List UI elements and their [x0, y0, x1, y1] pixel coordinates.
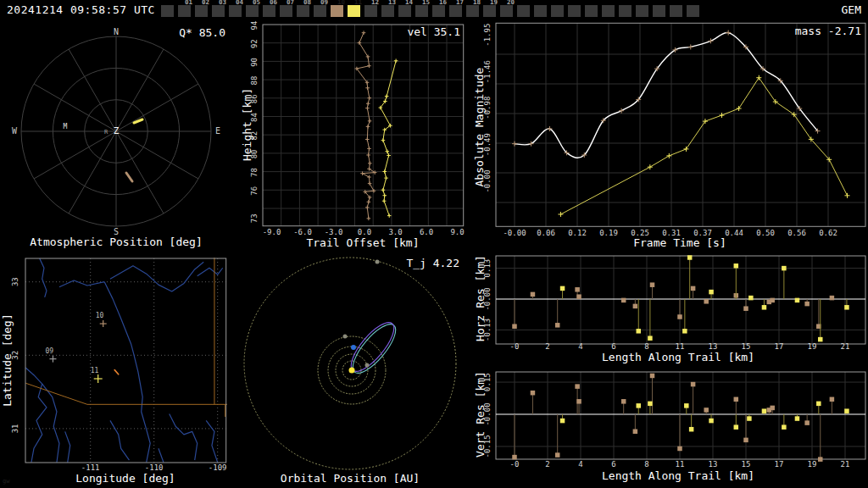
- frame-slot-box: [636, 5, 648, 17]
- frame-slot-box: [331, 5, 343, 17]
- svg-text:21: 21: [841, 342, 850, 351]
- frame-slot-19[interactable]: 19: [483, 0, 500, 20]
- frame-slot-box: [263, 5, 275, 17]
- frame-slot-box: [670, 5, 682, 17]
- frame-slot-blank-23[interactable]: [551, 0, 568, 20]
- frame-slot-box: [585, 5, 598, 17]
- svg-text:33: 33: [11, 277, 19, 286]
- frame-slot-06[interactable]: 06: [263, 0, 280, 20]
- frame-slot-number: 09: [320, 0, 328, 6]
- absolute-magnitude-axis-label: Absolute Magnitude: [474, 59, 486, 195]
- svg-text:M: M: [64, 123, 68, 130]
- svg-text:-0: -0: [510, 342, 520, 351]
- frame-slot-box: [517, 5, 530, 17]
- frame-slot-17[interactable]: 17: [449, 0, 466, 20]
- frame-slot-blank-29[interactable]: [653, 0, 670, 20]
- svg-text:90: 90: [250, 58, 259, 67]
- svg-text:0.37: 0.37: [693, 229, 712, 237]
- tisserand-label: T_j 4.22: [332, 258, 459, 269]
- frame-slot-box: [212, 5, 225, 17]
- svg-text:0.19: 0.19: [599, 229, 618, 237]
- frame-slot-13[interactable]: 13: [381, 0, 398, 20]
- frame-slot-box: [195, 5, 208, 17]
- svg-text:8: 8: [644, 460, 648, 469]
- frame-slot-strip: 0102030405060708091011121314151617181920: [161, 0, 704, 20]
- frame-slot-blank-30[interactable]: [670, 0, 687, 20]
- frame-slot-08[interactable]: 08: [297, 0, 314, 20]
- frame-slot-15[interactable]: 15: [415, 0, 432, 20]
- frame-slot-12[interactable]: 12: [364, 0, 381, 20]
- svg-text:92: 92: [250, 39, 259, 48]
- timestamp: 20241214 09:58:57 UTC: [7, 3, 155, 16]
- svg-text:Z: Z: [114, 125, 120, 136]
- trail-offset-chart: -9.0-6.0-3.00.03.06.09.09492908886848280…: [237, 20, 475, 251]
- q-star-label: Q* 85.0: [98, 27, 225, 39]
- frame-slot-number: 03: [219, 0, 226, 6]
- svg-text:19: 19: [808, 342, 817, 351]
- frame-slot-number: 14: [405, 0, 413, 6]
- frame-slot-box: [381, 5, 394, 17]
- shower-code-badge: GEM: [842, 3, 861, 16]
- svg-text:0.0: 0.0: [358, 228, 371, 236]
- svg-text:15: 15: [742, 342, 751, 351]
- frame-slot-number: 15: [422, 0, 430, 6]
- frame-slot-number: 19: [490, 0, 498, 6]
- frame-slot-10[interactable]: 10: [331, 0, 348, 20]
- frame-slot-09[interactable]: 09: [314, 0, 331, 20]
- frame-slot-blank-0[interactable]: [161, 0, 178, 20]
- corner-watermark: gw: [3, 478, 9, 485]
- frame-slot-blank-26[interactable]: [602, 0, 619, 20]
- svg-text:-9.0: -9.0: [263, 228, 281, 236]
- svg-text:11: 11: [676, 342, 685, 351]
- frame-slot-05[interactable]: 05: [246, 0, 263, 20]
- frame-slot-blank-24[interactable]: [568, 0, 585, 20]
- svg-text:13: 13: [709, 342, 718, 351]
- height-axis-label: Height [km]: [242, 74, 253, 175]
- frame-slot-box: [449, 5, 462, 17]
- frame-slot-box: [602, 5, 615, 17]
- orbital-position-title: Orbital Position [AU]: [265, 473, 435, 485]
- svg-text:8: 8: [644, 342, 648, 351]
- svg-text:-0: -0: [510, 460, 520, 469]
- frame-slot-box: [687, 5, 699, 17]
- frame-slot-blank-21[interactable]: [517, 0, 534, 20]
- frame-slot-box: [500, 5, 513, 17]
- frame-slot-01[interactable]: 01: [178, 0, 195, 20]
- frame-slot-box: [280, 5, 292, 17]
- svg-text:-6.0: -6.0: [293, 228, 312, 236]
- frame-slot-14[interactable]: 14: [398, 0, 415, 20]
- length-along-trail-label-bottom: Length Along Trail [km]: [593, 470, 763, 482]
- frame-slot-box: [229, 5, 242, 17]
- svg-text:0.06: 0.06: [537, 229, 555, 237]
- frame-slot-blank-22[interactable]: [534, 0, 551, 20]
- frame-slot-07[interactable]: 07: [280, 0, 297, 20]
- frame-slot-blank-27[interactable]: [619, 0, 636, 20]
- frame-slot-16[interactable]: 16: [432, 0, 449, 20]
- frame-slot-11[interactable]: 11: [348, 0, 364, 20]
- frame-slot-box: [297, 5, 309, 17]
- frame-slot-blank-25[interactable]: [585, 0, 602, 20]
- frame-slot-blank-28[interactable]: [636, 0, 653, 20]
- orbital-position-chart: [237, 251, 475, 488]
- svg-text:E: E: [215, 126, 220, 136]
- frame-slot-04[interactable]: 04: [229, 0, 246, 20]
- svg-text:9.0: 9.0: [450, 228, 464, 236]
- frame-slot-02[interactable]: 02: [195, 0, 212, 20]
- svg-text:19: 19: [808, 460, 817, 469]
- latitude-axis-label: Latitude [deg]: [2, 301, 14, 419]
- frame-slot-number: 10: [337, 0, 345, 6]
- svg-text:2: 2: [545, 460, 549, 469]
- frame-slot-18[interactable]: 18: [466, 0, 483, 20]
- frame-slot-03[interactable]: 03: [212, 0, 229, 20]
- svg-text:0.12: 0.12: [568, 229, 587, 237]
- frame-slot-20[interactable]: 20: [500, 0, 517, 20]
- svg-text:73: 73: [250, 214, 259, 223]
- frame-slot-box: [364, 5, 377, 17]
- svg-text:-109: -109: [209, 463, 227, 472]
- svg-text:-110: -110: [145, 463, 164, 472]
- svg-text:10: 10: [96, 312, 104, 319]
- svg-text:2: 2: [545, 342, 549, 351]
- frame-slot-box: [466, 5, 479, 17]
- frame-slot-blank-31[interactable]: [687, 0, 704, 20]
- svg-text:11: 11: [676, 460, 685, 469]
